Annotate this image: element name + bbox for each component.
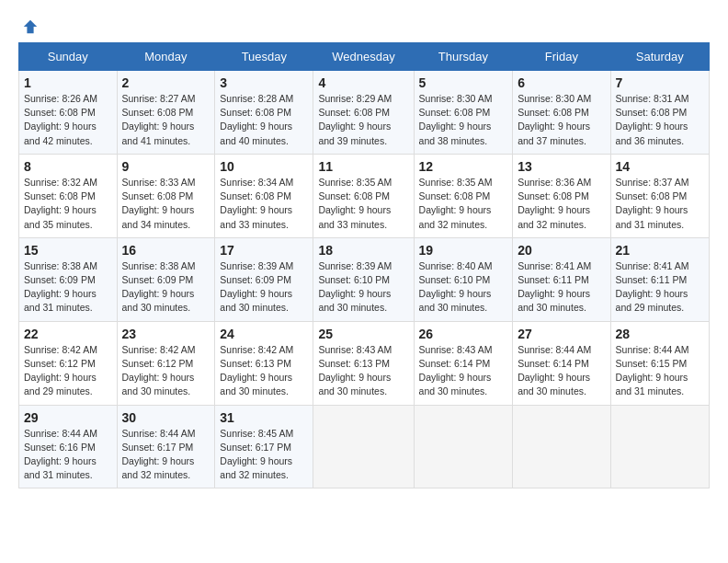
calendar-cell: 18Sunrise: 8:39 AMSunset: 6:10 PMDayligh… [313,237,414,321]
day-info: Sunrise: 8:44 AMSunset: 6:14 PMDaylight:… [518,344,591,397]
calendar-header-row: SundayMondayTuesdayWednesdayThursdayFrid… [19,43,710,71]
day-number: 3 [220,75,308,90]
day-info: Sunrise: 8:44 AMSunset: 6:16 PMDaylight:… [24,428,97,481]
day-number: 9 [122,159,210,174]
calendar-cell: 6Sunrise: 8:30 AMSunset: 6:08 PMDaylight… [513,71,610,155]
day-number: 20 [518,243,605,258]
calendar-week-3: 15Sunrise: 8:38 AMSunset: 6:09 PMDayligh… [19,237,710,321]
day-number: 2 [122,75,210,90]
day-info: Sunrise: 8:44 AMSunset: 6:17 PMDaylight:… [122,428,196,481]
day-number: 7 [616,75,704,90]
header-saturday: Saturday [610,43,709,71]
header-sunday: Sunday [19,43,118,71]
day-info: Sunrise: 8:43 AMSunset: 6:13 PMDaylight:… [318,344,392,397]
calendar-cell: 23Sunrise: 8:42 AMSunset: 6:12 PMDayligh… [117,321,215,405]
calendar-cell: 4Sunrise: 8:29 AMSunset: 6:08 PMDaylight… [313,71,414,155]
calendar-cell: 15Sunrise: 8:38 AMSunset: 6:09 PMDayligh… [19,237,118,321]
day-number: 24 [220,327,308,341]
calendar-cell: 12Sunrise: 8:35 AMSunset: 6:08 PMDayligh… [414,154,513,237]
calendar-cell [313,405,414,488]
calendar-week-2: 8Sunrise: 8:32 AMSunset: 6:08 PMDaylight… [19,154,710,237]
day-info: Sunrise: 8:26 AMSunset: 6:08 PMDaylight:… [24,93,97,146]
day-info: Sunrise: 8:28 AMSunset: 6:08 PMDaylight:… [220,93,293,146]
calendar-cell: 13Sunrise: 8:36 AMSunset: 6:08 PMDayligh… [513,154,610,237]
day-number: 30 [122,410,210,425]
day-info: Sunrise: 8:44 AMSunset: 6:15 PMDaylight:… [616,344,689,397]
day-number: 4 [318,75,408,90]
calendar-cell: 9Sunrise: 8:33 AMSunset: 6:08 PMDaylight… [117,154,215,237]
calendar-week-4: 22Sunrise: 8:42 AMSunset: 6:12 PMDayligh… [19,321,710,405]
calendar-table: SundayMondayTuesdayWednesdayThursdayFrid… [18,42,710,488]
logo-icon [22,18,39,35]
day-info: Sunrise: 8:37 AMSunset: 6:08 PMDaylight:… [616,177,689,230]
day-info: Sunrise: 8:39 AMSunset: 6:09 PMDaylight:… [220,260,293,314]
calendar-cell: 11Sunrise: 8:35 AMSunset: 6:08 PMDayligh… [313,154,414,237]
calendar-week-5: 29Sunrise: 8:44 AMSunset: 6:16 PMDayligh… [19,405,710,488]
day-number: 11 [318,159,408,174]
day-number: 18 [318,243,408,258]
calendar-cell: 8Sunrise: 8:32 AMSunset: 6:08 PMDaylight… [19,154,118,237]
calendar-cell: 21Sunrise: 8:41 AMSunset: 6:11 PMDayligh… [610,237,709,321]
day-info: Sunrise: 8:35 AMSunset: 6:08 PMDaylight:… [419,177,493,230]
calendar-cell: 16Sunrise: 8:38 AMSunset: 6:09 PMDayligh… [117,237,215,321]
calendar-cell: 14Sunrise: 8:37 AMSunset: 6:08 PMDayligh… [610,154,709,237]
day-info: Sunrise: 8:36 AMSunset: 6:08 PMDaylight:… [518,177,591,230]
day-number: 10 [220,159,308,174]
calendar-cell: 7Sunrise: 8:31 AMSunset: 6:08 PMDaylight… [610,71,709,155]
calendar-cell: 24Sunrise: 8:42 AMSunset: 6:13 PMDayligh… [215,321,313,405]
calendar-cell: 31Sunrise: 8:45 AMSunset: 6:17 PMDayligh… [215,405,313,488]
day-info: Sunrise: 8:45 AMSunset: 6:17 PMDaylight:… [220,428,293,481]
day-info: Sunrise: 8:40 AMSunset: 6:10 PMDaylight:… [419,260,493,314]
day-number: 25 [318,327,408,341]
calendar-cell: 25Sunrise: 8:43 AMSunset: 6:13 PMDayligh… [313,321,414,405]
calendar-cell: 26Sunrise: 8:43 AMSunset: 6:14 PMDayligh… [414,321,513,405]
day-info: Sunrise: 8:41 AMSunset: 6:11 PMDaylight:… [518,260,591,314]
svg-marker-0 [24,20,37,33]
header-wednesday: Wednesday [313,43,414,71]
day-number: 13 [518,159,605,174]
header-friday: Friday [513,43,610,71]
calendar-cell [414,405,513,488]
logo [18,18,42,35]
day-info: Sunrise: 8:38 AMSunset: 6:09 PMDaylight:… [24,260,97,314]
day-number: 27 [518,327,605,341]
day-number: 1 [24,75,112,90]
day-number: 8 [24,159,112,174]
day-info: Sunrise: 8:39 AMSunset: 6:10 PMDaylight:… [318,260,392,314]
calendar-cell: 30Sunrise: 8:44 AMSunset: 6:17 PMDayligh… [117,405,215,488]
day-info: Sunrise: 8:32 AMSunset: 6:08 PMDaylight:… [24,177,97,230]
header-monday: Monday [117,43,215,71]
calendar-cell: 27Sunrise: 8:44 AMSunset: 6:14 PMDayligh… [513,321,610,405]
calendar-cell: 22Sunrise: 8:42 AMSunset: 6:12 PMDayligh… [19,321,118,405]
day-info: Sunrise: 8:27 AMSunset: 6:08 PMDaylight:… [122,93,196,146]
day-info: Sunrise: 8:33 AMSunset: 6:08 PMDaylight:… [122,177,196,230]
calendar-cell: 5Sunrise: 8:30 AMSunset: 6:08 PMDaylight… [414,71,513,155]
calendar-body: 1Sunrise: 8:26 AMSunset: 6:08 PMDaylight… [19,71,710,488]
day-info: Sunrise: 8:35 AMSunset: 6:08 PMDaylight:… [318,177,392,230]
calendar-cell: 1Sunrise: 8:26 AMSunset: 6:08 PMDaylight… [19,71,118,155]
day-info: Sunrise: 8:42 AMSunset: 6:13 PMDaylight:… [220,344,293,397]
header-tuesday: Tuesday [215,43,313,71]
calendar-cell: 20Sunrise: 8:41 AMSunset: 6:11 PMDayligh… [513,237,610,321]
day-info: Sunrise: 8:42 AMSunset: 6:12 PMDaylight:… [122,344,196,397]
calendar-cell: 19Sunrise: 8:40 AMSunset: 6:10 PMDayligh… [414,237,513,321]
day-info: Sunrise: 8:30 AMSunset: 6:08 PMDaylight:… [419,93,493,146]
page-header [18,15,710,35]
calendar-cell [610,405,709,488]
day-info: Sunrise: 8:31 AMSunset: 6:08 PMDaylight:… [616,93,689,146]
day-number: 14 [616,159,704,174]
day-number: 17 [220,243,308,258]
calendar-cell: 3Sunrise: 8:28 AMSunset: 6:08 PMDaylight… [215,71,313,155]
day-number: 5 [419,75,508,90]
day-number: 28 [616,327,704,341]
calendar-cell [513,405,610,488]
day-number: 21 [616,243,704,258]
day-number: 6 [518,75,605,90]
day-number: 15 [24,243,112,258]
day-number: 16 [122,243,210,258]
calendar-cell: 29Sunrise: 8:44 AMSunset: 6:16 PMDayligh… [19,405,118,488]
day-info: Sunrise: 8:41 AMSunset: 6:11 PMDaylight:… [616,260,689,314]
day-number: 26 [419,327,508,341]
day-number: 23 [122,327,210,341]
day-number: 29 [24,410,112,425]
